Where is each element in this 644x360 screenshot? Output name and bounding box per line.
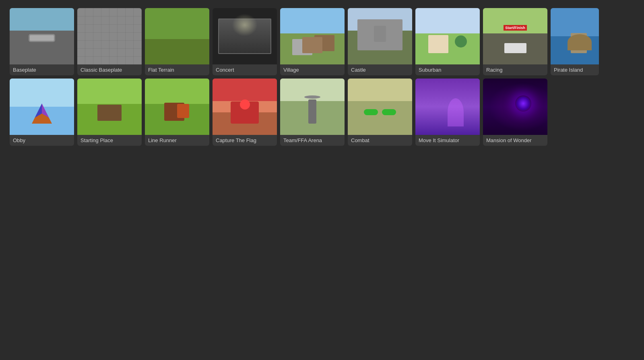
card-label-castle: Castle: [348, 64, 412, 75]
thumbnail-classic-baseplate: [77, 8, 142, 64]
template-card-classic-baseplate[interactable]: Classic Baseplate: [77, 8, 142, 75]
thumbnail-team-arena: [280, 79, 345, 135]
thumbnail-flat-terrain: [145, 8, 209, 64]
thumbnail-baseplate: [10, 8, 74, 64]
card-label-obby: Obby: [10, 135, 74, 146]
template-card-team-arena[interactable]: Team/FFA Arena: [280, 79, 345, 146]
template-card-pirate-island[interactable]: Pirate Island: [551, 8, 599, 75]
card-label-combat: Combat: [348, 135, 412, 146]
card-label-move-it: Move It Simulator: [415, 135, 480, 146]
template-card-combat[interactable]: Combat: [348, 79, 412, 146]
template-card-capture-flag[interactable]: Capture The Flag: [213, 79, 277, 146]
template-card-flat-terrain[interactable]: Flat Terrain: [145, 8, 209, 75]
template-card-mansion[interactable]: Mansion of Wonder: [483, 79, 547, 146]
thumbnail-obby: [10, 79, 74, 135]
thumbnail-starting-place: [77, 79, 142, 135]
card-label-starting-place: Starting Place: [77, 135, 142, 146]
template-card-racing[interactable]: Racing: [483, 8, 547, 75]
card-label-line-runner: Line Runner: [145, 135, 209, 146]
template-card-move-it[interactable]: Move It Simulator: [415, 79, 480, 146]
template-card-line-runner[interactable]: Line Runner: [145, 79, 209, 146]
template-card-baseplate[interactable]: Baseplate: [10, 8, 74, 75]
card-label-pirate-island: Pirate Island: [551, 64, 599, 75]
thumbnail-pirate-island: [551, 8, 599, 64]
thumbnail-village: [280, 8, 345, 64]
template-card-village[interactable]: Village: [280, 8, 345, 75]
thumbnail-concert: [213, 8, 277, 64]
card-label-flat-terrain: Flat Terrain: [145, 64, 209, 75]
card-label-racing: Racing: [483, 64, 547, 75]
template-card-starting-place[interactable]: Starting Place: [77, 79, 142, 146]
template-grid: BaseplateClassic BaseplateFlat TerrainCo…: [0, 0, 644, 154]
card-label-concert: Concert: [213, 64, 277, 75]
template-card-concert[interactable]: Concert: [213, 8, 277, 75]
card-label-suburban: Suburban: [415, 64, 480, 75]
template-card-castle[interactable]: Castle: [348, 8, 412, 75]
card-label-baseplate: Baseplate: [10, 64, 74, 75]
thumbnail-racing: [483, 8, 547, 64]
thumbnail-suburban: [415, 8, 480, 64]
thumbnail-castle: [348, 8, 412, 64]
thumbnail-combat: [348, 79, 412, 135]
thumbnail-mansion: [483, 79, 547, 135]
template-card-suburban[interactable]: Suburban: [415, 8, 480, 75]
card-label-mansion: Mansion of Wonder: [483, 135, 547, 146]
card-label-capture-flag: Capture The Flag: [213, 135, 277, 146]
template-card-obby[interactable]: Obby: [10, 79, 74, 146]
card-label-classic-baseplate: Classic Baseplate: [77, 64, 142, 75]
thumbnail-move-it: [415, 79, 480, 135]
thumbnail-capture-flag: [213, 79, 277, 135]
card-label-team-arena: Team/FFA Arena: [280, 135, 345, 146]
thumbnail-line-runner: [145, 79, 209, 135]
card-label-village: Village: [280, 64, 345, 75]
